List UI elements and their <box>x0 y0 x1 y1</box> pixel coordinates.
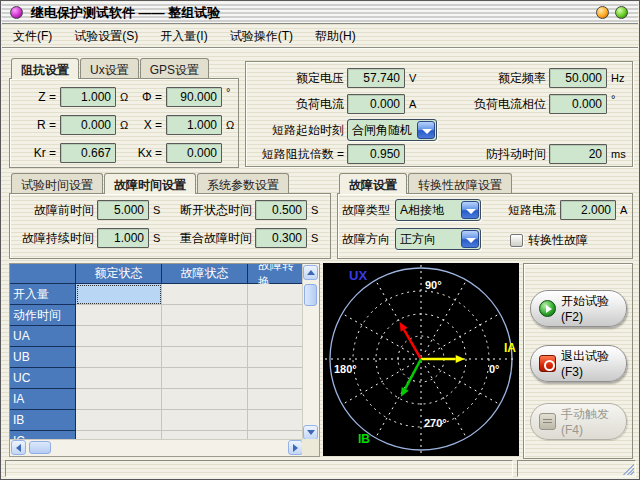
menu-test-operation[interactable]: 试验操作(T) <box>219 25 304 48</box>
row-label-action-time[interactable]: 动作时间 <box>10 305 76 326</box>
table-cell[interactable] <box>162 347 248 368</box>
table-horizontal-scrollbar[interactable] <box>10 439 304 456</box>
table-cell[interactable] <box>248 368 304 389</box>
menu-binary-input[interactable]: 开入量(I) <box>149 25 218 48</box>
app-icon <box>10 6 23 19</box>
short-start-dropdown-button[interactable] <box>417 121 435 139</box>
scroll-right-button[interactable] <box>288 440 303 455</box>
table-cell[interactable] <box>248 326 304 347</box>
table-cell[interactable] <box>248 410 304 431</box>
minimize-button[interactable] <box>596 6 609 19</box>
tab-impedance-settings[interactable]: 阻抗设置 <box>11 58 79 79</box>
table-cell[interactable] <box>76 368 162 389</box>
tab-fault-settings[interactable]: 故障设置 <box>339 173 407 194</box>
resize-grip[interactable] <box>621 462 634 475</box>
start-test-icon <box>539 300 556 317</box>
menu-file[interactable]: 文件(F) <box>2 25 63 48</box>
tab-ux-settings[interactable]: Ux设置 <box>80 58 139 78</box>
action-button-panel: 开始试验(F2) 退出试验(F3) 手动触发(F4) <box>523 263 633 459</box>
z-input[interactable]: 1.000 <box>60 87 116 107</box>
table-cell[interactable] <box>76 305 162 326</box>
table-cell[interactable] <box>162 326 248 347</box>
convert-fault-checkbox[interactable] <box>510 234 523 247</box>
table-row: 开入量 <box>10 284 304 305</box>
rated-voltage-label: 额定电压 <box>248 70 344 87</box>
x-input[interactable]: 1.000 <box>166 115 222 135</box>
table-cell[interactable] <box>76 389 162 410</box>
prefault-time-input[interactable]: 5.000 <box>97 200 149 220</box>
menu-test-settings[interactable]: 试验设置(S) <box>63 25 149 48</box>
open-state-time-input[interactable]: 0.500 <box>255 200 307 220</box>
fault-panel: 故障设置 转换性故障设置 故障类型 A相接地 短路电流 2.000 A 故障方向… <box>337 173 633 259</box>
menu-help[interactable]: 帮助(H) <box>304 25 367 48</box>
load-current-input[interactable]: 0.000 <box>347 94 405 114</box>
load-current-label: 负荷电流 <box>248 96 344 113</box>
impedance-mult-input[interactable]: 0.950 <box>347 144 405 164</box>
scroll-down-button[interactable] <box>303 425 318 440</box>
row-label-ub[interactable]: UB <box>10 347 76 368</box>
table-cell[interactable] <box>248 305 304 326</box>
fault-duration-unit: S <box>153 232 160 244</box>
row-label-ib[interactable]: IB <box>10 410 76 431</box>
table-corner-cell <box>10 264 76 284</box>
menu-bar: 文件(F) 试验设置(S) 开入量(I) 试验操作(T) 帮助(H) <box>2 25 638 48</box>
table-vertical-scrollbar[interactable] <box>302 264 319 441</box>
fault-type-dropdown[interactable]: A相接地 <box>395 199 481 221</box>
rated-voltage-input[interactable]: 57.740 <box>347 68 405 88</box>
tab-test-time[interactable]: 试验时间设置 <box>11 173 103 193</box>
row-label-uc[interactable]: UC <box>10 368 76 389</box>
table-cell[interactable] <box>162 368 248 389</box>
arrow-up-icon <box>307 270 315 275</box>
debounce-input[interactable]: 20 <box>549 144 607 164</box>
table-cell[interactable] <box>248 347 304 368</box>
tab-system-params[interactable]: 系统参数设置 <box>197 173 289 193</box>
column-header-rated-state[interactable]: 额定状态 <box>76 264 162 284</box>
load-phase-input[interactable]: 0.000 <box>549 94 607 114</box>
table-cell[interactable] <box>162 284 248 305</box>
fault-direction-dropdown[interactable]: 正方向 <box>395 228 481 250</box>
exit-test-button[interactable]: 退出试验(F3) <box>530 345 627 382</box>
exit-test-icon <box>539 355 556 372</box>
row-label-ua[interactable]: UA <box>10 326 76 347</box>
row-label-binary-input[interactable]: 开入量 <box>10 284 76 305</box>
table-cell[interactable] <box>162 410 248 431</box>
tab-gps-settings[interactable]: GPS设置 <box>140 58 209 78</box>
fault-duration-input[interactable]: 1.000 <box>97 228 149 248</box>
table-cell[interactable] <box>76 410 162 431</box>
title-bar[interactable]: 继电保护测试软件 —— 整组试验 <box>2 2 638 24</box>
table-row: 动作时间 <box>10 305 304 326</box>
tab-convert-fault-settings[interactable]: 转换性故障设置 <box>408 173 512 193</box>
table-cell[interactable] <box>248 284 304 305</box>
table-cell[interactable] <box>162 389 248 410</box>
reclose-fault-time-input[interactable]: 0.300 <box>255 228 307 248</box>
table-cell[interactable] <box>76 347 162 368</box>
table-cell[interactable] <box>76 284 162 305</box>
impedance-tabstrip: 阻抗设置 Ux设置 GPS设置 <box>11 58 210 79</box>
short-start-dropdown[interactable]: 合闸角随机 <box>347 119 437 141</box>
table-cell[interactable] <box>162 305 248 326</box>
scroll-up-button[interactable] <box>303 265 318 280</box>
phi-input[interactable]: 90.000 <box>166 87 222 107</box>
fault-direction-label: 故障方向 <box>342 231 390 248</box>
start-test-button[interactable]: 开始试验(F2) <box>530 290 627 327</box>
kx-input[interactable]: 0.000 <box>166 143 222 163</box>
scroll-left-button[interactable] <box>11 440 26 455</box>
r-input[interactable]: 0.000 <box>60 115 116 135</box>
table-cell[interactable] <box>248 389 304 410</box>
tab-fault-time[interactable]: 故障时间设置 <box>104 173 196 194</box>
fault-type-dropdown-button[interactable] <box>461 201 479 219</box>
short-current-input[interactable]: 2.000 <box>560 200 616 220</box>
fault-direction-dropdown-button[interactable] <box>461 230 479 248</box>
column-header-fault-state[interactable]: 故障状态 <box>162 264 248 284</box>
load-phase-label: 负荷电流相位 <box>462 96 546 113</box>
table-cell[interactable] <box>76 326 162 347</box>
rated-freq-input[interactable]: 50.000 <box>549 68 607 88</box>
row-label-ia[interactable]: IA <box>10 389 76 410</box>
vertical-scroll-thumb[interactable] <box>304 284 317 306</box>
kr-input[interactable]: 0.667 <box>60 143 116 163</box>
horizontal-scroll-thumb[interactable] <box>29 441 51 454</box>
column-header-fault-convert[interactable]: 故障转换 <box>248 264 304 284</box>
close-button[interactable] <box>615 6 628 19</box>
deg-270-label: 270° <box>424 417 447 429</box>
results-table: 额定状态 故障状态 故障转换 开入量 动作时间 UA <box>9 263 320 457</box>
